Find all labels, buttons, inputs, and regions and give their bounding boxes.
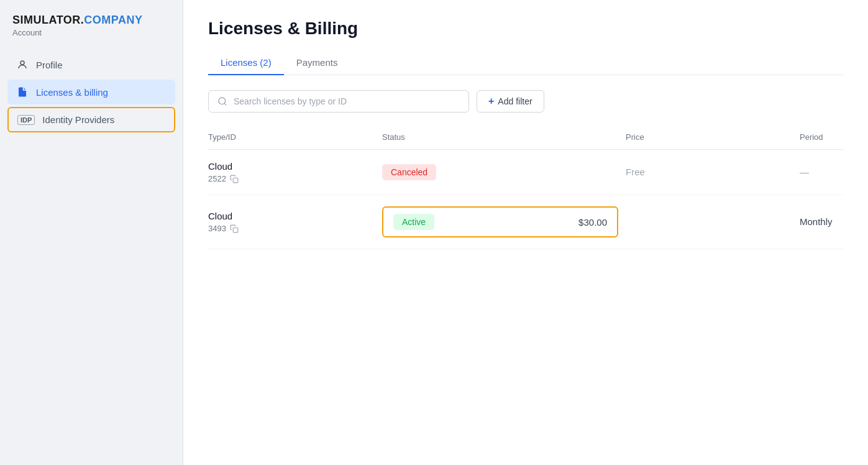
row1-id: 2522 [208,174,375,183]
sidebar-item-licenses-billing[interactable]: Licenses & billing [7,80,175,104]
sidebar-item-profile-label: Profile [36,60,63,70]
sidebar-item-idp-label: Identity Providers [42,114,114,125]
row2-id: 3493 [208,224,375,233]
column-header-price: Price [626,127,800,150]
status-badge-active: Active [393,214,434,230]
copy-icon[interactable] [230,224,239,233]
brand-account: Account [12,28,170,37]
row2-id-text: 3493 [208,224,226,233]
row2-period: Monthly [800,195,843,249]
row2-status-cell: Active $30.00 [382,195,626,249]
table-row: Cloud 2522 Canceled Free [208,150,843,195]
brand-logo: SIMULATOR.COMPANY [12,14,170,27]
content-area: + Add filter Type/ID Status Price Period… [183,75,868,465]
row1-price: Free [626,150,800,195]
svg-point-1 [219,98,226,104]
search-filter-bar: + Add filter [208,90,843,113]
row1-price-text: Free [626,167,645,177]
column-header-status: Status [382,127,626,150]
row1-status-cell: Canceled [382,150,626,195]
row2-type-name: Cloud [208,211,375,221]
svg-line-2 [224,103,226,105]
page-header: Licenses & Billing Licenses (2) Payments [183,0,868,75]
search-icon [217,96,227,106]
search-input[interactable] [234,96,460,106]
document-icon [16,86,29,98]
idp-badge: IDP [17,115,35,125]
tabs-bar: Licenses (2) Payments [208,51,843,75]
tab-licenses[interactable]: Licenses (2) [208,51,284,75]
column-header-period: Period [800,127,843,150]
status-badge-canceled: Canceled [382,164,436,180]
sidebar-navigation: Profile Licenses & billing IDP Identity … [0,46,183,139]
row1-period: — [800,150,843,195]
brand-simulator: SIMULATOR. [12,14,84,26]
row1-period-text: — [800,167,809,177]
column-header-type-id: Type/ID [208,127,382,150]
table-row: Cloud 3493 Active $30.00 [208,195,843,249]
row2-price [626,195,800,249]
main-content: Licenses & Billing Licenses (2) Payments… [183,0,868,465]
page-title: Licenses & Billing [208,19,843,39]
table-header: Type/ID Status Price Period [208,127,843,150]
sidebar-item-profile[interactable]: Profile [7,52,175,77]
sidebar-item-licenses-label: Licenses & billing [36,87,108,98]
svg-point-0 [21,61,24,65]
add-filter-button[interactable]: + Add filter [477,90,544,113]
svg-rect-4 [233,228,238,233]
logo-area: SIMULATOR.COMPANY Account [0,0,183,46]
add-filter-label: Add filter [498,96,532,106]
row2-period-text: Monthly [800,216,833,227]
row2-price-inline: $30.00 [578,217,607,228]
tab-payments[interactable]: Payments [284,51,350,75]
search-input-wrapper[interactable] [208,90,469,113]
svg-rect-3 [233,178,238,183]
sidebar: SIMULATOR.COMPANY Account Profile Lice [0,0,183,465]
licenses-table: Type/ID Status Price Period Cloud 2522 [208,127,843,249]
active-status-container: Active $30.00 [382,206,618,237]
row2-type-id: Cloud 3493 [208,195,382,249]
brand-company: COMPANY [84,14,142,26]
plus-icon: + [488,96,494,107]
row1-type-id: Cloud 2522 [208,150,382,195]
person-icon [16,58,29,71]
row1-type-name: Cloud [208,161,375,172]
copy-icon[interactable] [230,175,239,183]
row1-id-text: 2522 [208,174,226,183]
sidebar-item-identity-providers[interactable]: IDP Identity Providers [7,107,175,132]
